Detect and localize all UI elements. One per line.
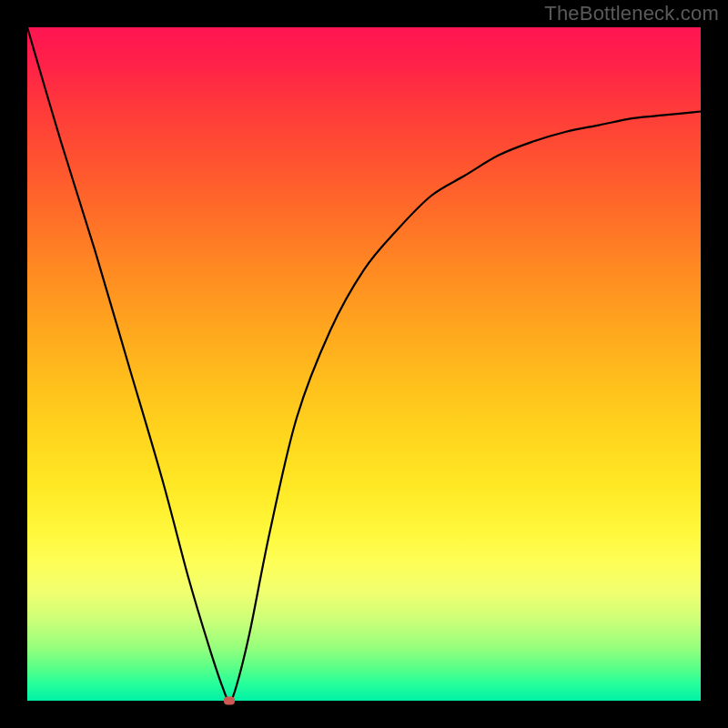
plot-area bbox=[27, 27, 701, 701]
chart-frame: TheBottleneck.com bbox=[0, 0, 728, 728]
bottleneck-curve bbox=[27, 27, 701, 701]
minimum-marker-icon bbox=[224, 697, 235, 705]
watermark-text: TheBottleneck.com bbox=[544, 2, 719, 25]
